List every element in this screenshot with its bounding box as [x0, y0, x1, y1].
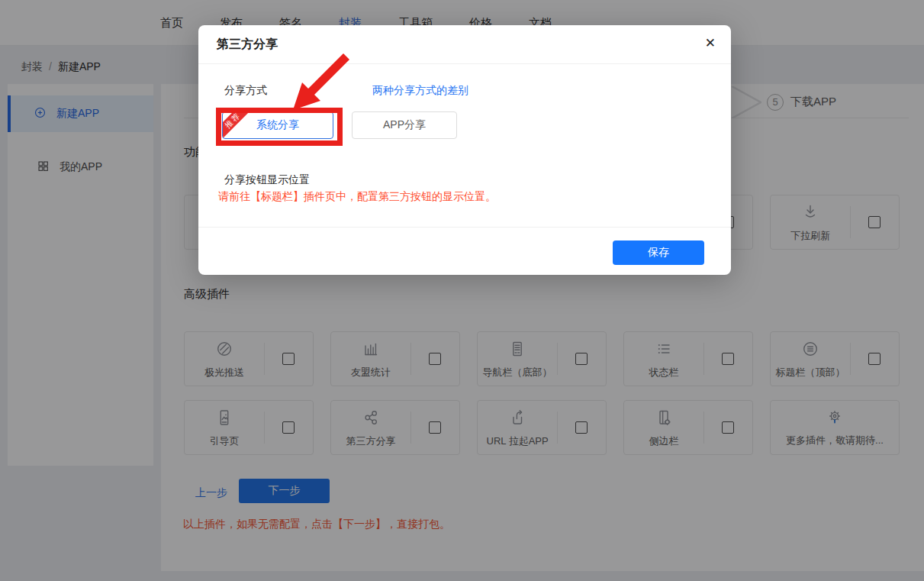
share-options: 推荐 系统分享 APP分享 — [222, 111, 457, 139]
recommend-ribbon: 推荐 — [222, 111, 253, 139]
third-party-share-modal: 第三方分享 ✕ 分享方式 两种分享方式的差别 推荐 系统分享 APP分享 分享按… — [198, 25, 731, 275]
button-position-note: 请前往【标题栏】插件页中，配置第三方按钮的显示位置。 — [218, 190, 496, 204]
close-icon[interactable]: ✕ — [705, 35, 716, 51]
share-option-system-label: 系统分享 — [256, 118, 299, 131]
share-option-system[interactable]: 推荐 系统分享 — [222, 111, 333, 139]
modal-footer-divider — [198, 227, 731, 228]
share-method-label: 分享方式 — [224, 84, 267, 98]
share-option-app-label: APP分享 — [383, 118, 426, 131]
button-position-label: 分享按钮显示位置 — [224, 173, 310, 187]
modal-title: 第三方分享 — [217, 37, 278, 53]
share-method-diff-link[interactable]: 两种分享方式的差别 — [372, 84, 468, 98]
modal-header-divider — [198, 63, 731, 64]
save-button[interactable]: 保存 — [613, 240, 704, 265]
share-option-app[interactable]: APP分享 — [352, 111, 457, 139]
